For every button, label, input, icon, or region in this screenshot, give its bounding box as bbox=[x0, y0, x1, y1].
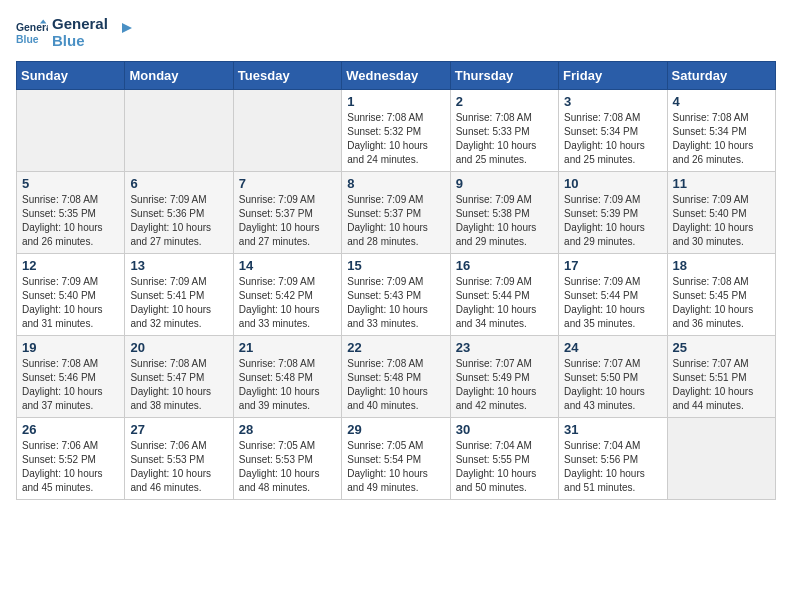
day-info: Sunrise: 7:05 AM Sunset: 5:54 PM Dayligh… bbox=[347, 439, 444, 495]
day-info: Sunrise: 7:07 AM Sunset: 5:51 PM Dayligh… bbox=[673, 357, 770, 413]
calendar-week-row: 12Sunrise: 7:09 AM Sunset: 5:40 PM Dayli… bbox=[17, 254, 776, 336]
day-of-week-header: Tuesday bbox=[233, 62, 341, 90]
day-number: 13 bbox=[130, 258, 227, 273]
svg-marker-2 bbox=[40, 19, 46, 23]
calendar-day-cell: 22Sunrise: 7:08 AM Sunset: 5:48 PM Dayli… bbox=[342, 336, 450, 418]
calendar-day-cell: 31Sunrise: 7:04 AM Sunset: 5:56 PM Dayli… bbox=[559, 418, 667, 500]
day-info: Sunrise: 7:08 AM Sunset: 5:35 PM Dayligh… bbox=[22, 193, 119, 249]
calendar-table: SundayMondayTuesdayWednesdayThursdayFrid… bbox=[16, 61, 776, 500]
calendar-day-cell bbox=[233, 90, 341, 172]
calendar-day-cell bbox=[125, 90, 233, 172]
day-info: Sunrise: 7:08 AM Sunset: 5:48 PM Dayligh… bbox=[347, 357, 444, 413]
day-number: 18 bbox=[673, 258, 770, 273]
calendar-day-cell: 23Sunrise: 7:07 AM Sunset: 5:49 PM Dayli… bbox=[450, 336, 558, 418]
day-info: Sunrise: 7:08 AM Sunset: 5:45 PM Dayligh… bbox=[673, 275, 770, 331]
day-of-week-header: Wednesday bbox=[342, 62, 450, 90]
day-number: 20 bbox=[130, 340, 227, 355]
day-number: 26 bbox=[22, 422, 119, 437]
day-of-week-header: Sunday bbox=[17, 62, 125, 90]
calendar-day-cell: 24Sunrise: 7:07 AM Sunset: 5:50 PM Dayli… bbox=[559, 336, 667, 418]
calendar-day-cell: 25Sunrise: 7:07 AM Sunset: 5:51 PM Dayli… bbox=[667, 336, 775, 418]
day-of-week-header: Friday bbox=[559, 62, 667, 90]
day-number: 23 bbox=[456, 340, 553, 355]
calendar-week-row: 19Sunrise: 7:08 AM Sunset: 5:46 PM Dayli… bbox=[17, 336, 776, 418]
day-number: 17 bbox=[564, 258, 661, 273]
logo-flag-icon bbox=[112, 23, 132, 43]
day-info: Sunrise: 7:08 AM Sunset: 5:34 PM Dayligh… bbox=[564, 111, 661, 167]
calendar-day-cell bbox=[667, 418, 775, 500]
calendar-day-cell: 4Sunrise: 7:08 AM Sunset: 5:34 PM Daylig… bbox=[667, 90, 775, 172]
day-number: 31 bbox=[564, 422, 661, 437]
calendar-day-cell bbox=[17, 90, 125, 172]
calendar-day-cell: 14Sunrise: 7:09 AM Sunset: 5:42 PM Dayli… bbox=[233, 254, 341, 336]
day-number: 5 bbox=[22, 176, 119, 191]
day-info: Sunrise: 7:09 AM Sunset: 5:43 PM Dayligh… bbox=[347, 275, 444, 331]
calendar-day-cell: 7Sunrise: 7:09 AM Sunset: 5:37 PM Daylig… bbox=[233, 172, 341, 254]
day-number: 6 bbox=[130, 176, 227, 191]
day-info: Sunrise: 7:07 AM Sunset: 5:50 PM Dayligh… bbox=[564, 357, 661, 413]
day-info: Sunrise: 7:09 AM Sunset: 5:40 PM Dayligh… bbox=[22, 275, 119, 331]
day-number: 24 bbox=[564, 340, 661, 355]
calendar-day-cell: 11Sunrise: 7:09 AM Sunset: 5:40 PM Dayli… bbox=[667, 172, 775, 254]
day-info: Sunrise: 7:08 AM Sunset: 5:46 PM Dayligh… bbox=[22, 357, 119, 413]
day-number: 28 bbox=[239, 422, 336, 437]
day-number: 4 bbox=[673, 94, 770, 109]
day-number: 14 bbox=[239, 258, 336, 273]
day-number: 1 bbox=[347, 94, 444, 109]
day-number: 15 bbox=[347, 258, 444, 273]
day-number: 22 bbox=[347, 340, 444, 355]
calendar-day-cell: 12Sunrise: 7:09 AM Sunset: 5:40 PM Dayli… bbox=[17, 254, 125, 336]
day-info: Sunrise: 7:08 AM Sunset: 5:34 PM Dayligh… bbox=[673, 111, 770, 167]
day-number: 12 bbox=[22, 258, 119, 273]
day-number: 25 bbox=[673, 340, 770, 355]
day-number: 3 bbox=[564, 94, 661, 109]
svg-marker-3 bbox=[122, 23, 132, 33]
day-info: Sunrise: 7:09 AM Sunset: 5:37 PM Dayligh… bbox=[239, 193, 336, 249]
day-number: 29 bbox=[347, 422, 444, 437]
day-info: Sunrise: 7:08 AM Sunset: 5:32 PM Dayligh… bbox=[347, 111, 444, 167]
page-header: General Blue General Blue bbox=[16, 16, 776, 49]
day-number: 2 bbox=[456, 94, 553, 109]
day-info: Sunrise: 7:09 AM Sunset: 5:42 PM Dayligh… bbox=[239, 275, 336, 331]
day-info: Sunrise: 7:04 AM Sunset: 5:56 PM Dayligh… bbox=[564, 439, 661, 495]
calendar-day-cell: 17Sunrise: 7:09 AM Sunset: 5:44 PM Dayli… bbox=[559, 254, 667, 336]
calendar-header-row: SundayMondayTuesdayWednesdayThursdayFrid… bbox=[17, 62, 776, 90]
day-number: 27 bbox=[130, 422, 227, 437]
calendar-day-cell: 5Sunrise: 7:08 AM Sunset: 5:35 PM Daylig… bbox=[17, 172, 125, 254]
day-number: 10 bbox=[564, 176, 661, 191]
day-info: Sunrise: 7:06 AM Sunset: 5:52 PM Dayligh… bbox=[22, 439, 119, 495]
day-info: Sunrise: 7:07 AM Sunset: 5:49 PM Dayligh… bbox=[456, 357, 553, 413]
day-number: 8 bbox=[347, 176, 444, 191]
day-info: Sunrise: 7:08 AM Sunset: 5:47 PM Dayligh… bbox=[130, 357, 227, 413]
day-info: Sunrise: 7:09 AM Sunset: 5:36 PM Dayligh… bbox=[130, 193, 227, 249]
day-info: Sunrise: 7:09 AM Sunset: 5:37 PM Dayligh… bbox=[347, 193, 444, 249]
calendar-day-cell: 13Sunrise: 7:09 AM Sunset: 5:41 PM Dayli… bbox=[125, 254, 233, 336]
day-number: 7 bbox=[239, 176, 336, 191]
day-number: 9 bbox=[456, 176, 553, 191]
calendar-day-cell: 27Sunrise: 7:06 AM Sunset: 5:53 PM Dayli… bbox=[125, 418, 233, 500]
day-number: 16 bbox=[456, 258, 553, 273]
calendar-day-cell: 3Sunrise: 7:08 AM Sunset: 5:34 PM Daylig… bbox=[559, 90, 667, 172]
calendar-day-cell: 20Sunrise: 7:08 AM Sunset: 5:47 PM Dayli… bbox=[125, 336, 233, 418]
day-info: Sunrise: 7:06 AM Sunset: 5:53 PM Dayligh… bbox=[130, 439, 227, 495]
day-info: Sunrise: 7:09 AM Sunset: 5:40 PM Dayligh… bbox=[673, 193, 770, 249]
logo-icon: General Blue bbox=[16, 17, 48, 49]
day-info: Sunrise: 7:05 AM Sunset: 5:53 PM Dayligh… bbox=[239, 439, 336, 495]
calendar-day-cell: 1Sunrise: 7:08 AM Sunset: 5:32 PM Daylig… bbox=[342, 90, 450, 172]
day-number: 19 bbox=[22, 340, 119, 355]
day-of-week-header: Thursday bbox=[450, 62, 558, 90]
svg-text:General: General bbox=[16, 22, 48, 33]
day-info: Sunrise: 7:08 AM Sunset: 5:48 PM Dayligh… bbox=[239, 357, 336, 413]
day-info: Sunrise: 7:04 AM Sunset: 5:55 PM Dayligh… bbox=[456, 439, 553, 495]
calendar-day-cell: 8Sunrise: 7:09 AM Sunset: 5:37 PM Daylig… bbox=[342, 172, 450, 254]
calendar-day-cell: 21Sunrise: 7:08 AM Sunset: 5:48 PM Dayli… bbox=[233, 336, 341, 418]
logo: General Blue General Blue bbox=[16, 16, 132, 49]
calendar-day-cell: 28Sunrise: 7:05 AM Sunset: 5:53 PM Dayli… bbox=[233, 418, 341, 500]
day-info: Sunrise: 7:09 AM Sunset: 5:38 PM Dayligh… bbox=[456, 193, 553, 249]
calendar-day-cell: 10Sunrise: 7:09 AM Sunset: 5:39 PM Dayli… bbox=[559, 172, 667, 254]
day-number: 11 bbox=[673, 176, 770, 191]
svg-text:Blue: Blue bbox=[16, 33, 39, 44]
day-number: 21 bbox=[239, 340, 336, 355]
calendar-week-row: 1Sunrise: 7:08 AM Sunset: 5:32 PM Daylig… bbox=[17, 90, 776, 172]
day-info: Sunrise: 7:09 AM Sunset: 5:44 PM Dayligh… bbox=[564, 275, 661, 331]
